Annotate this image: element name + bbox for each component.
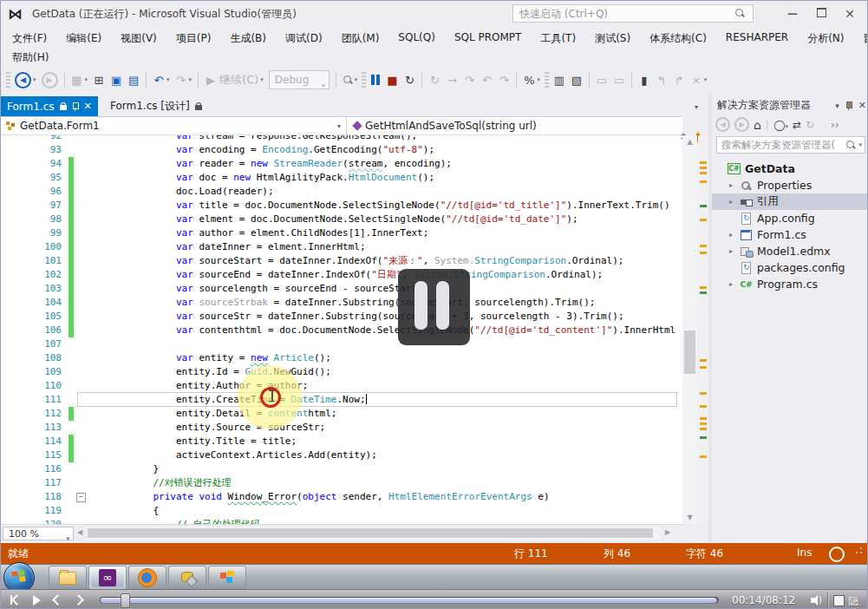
scrollbar-thumb[interactable] [684,331,695,374]
suggestion-marker[interactable] [700,205,707,207]
previous-button[interactable] [50,593,64,607]
tab-form1-cs-design[interactable]: Form1.cs [设计] [103,96,209,116]
warning-marker[interactable] [700,167,707,169]
menu-item-3[interactable]: 视图(V) [111,29,166,49]
menu-item-6[interactable]: 调试(D) [276,29,332,49]
play-button[interactable] [29,593,44,607]
warning-marker[interactable] [700,359,707,362]
horizontal-scrollbar[interactable] [86,527,662,540]
menu-item-8[interactable]: SQL(Q) [388,29,445,49]
hide-checkbox[interactable] [833,595,845,606]
pending-changes-filter-icon[interactable]: ◯▾ [773,119,788,131]
taskbar-visual-studio-button[interactable]: ∞ [88,566,127,590]
code-line-115[interactable]: 115 activeContext.Articles.Add(entity); [1,449,682,462]
scroll-up-icon[interactable]: ▲ [682,135,697,148]
scroll-down-icon[interactable]: ▼ [682,511,697,524]
menu-item-7[interactable]: 团队(M) [332,29,389,49]
chevron-down-icon[interactable]: ▾ [835,102,839,110]
code-line-95[interactable]: 95 var doc = new HtmlAgilityPack.HtmlDoc… [1,171,682,185]
taskbar-ssms-button[interactable] [168,566,206,590]
hide-label[interactable]: 隐藏 [848,594,867,609]
code-line-94[interactable]: 94 var reader = new StreamReader(stream,… [1,157,682,171]
immediate-window-button[interactable]: ▧ [568,70,585,89]
speaker-icon[interactable]: ) [811,595,823,606]
code-line-116[interactable]: 116 } [1,462,682,476]
pin-icon[interactable] [72,102,79,111]
warning-marker[interactable] [700,417,707,420]
close-tab-icon[interactable]: ✕ [84,101,92,112]
toolbar-grip[interactable] [362,72,366,88]
find-in-files-button[interactable]: ▾ [340,70,361,89]
code-line-119[interactable]: 119 { [1,504,682,518]
tree-item-model1-edmx[interactable]: ▸Model1.edmx [712,243,868,259]
restart-debug-button[interactable]: ↻ [401,70,418,89]
expand-arrow-icon[interactable]: ▸ [729,181,733,189]
warning-marker[interactable] [700,405,707,408]
step-out-button[interactable]: ↶ [478,70,495,89]
toolbar-overflow-icon[interactable]: ›› [831,119,839,131]
seek-handle[interactable] [121,593,130,608]
skip-to-start-button[interactable] [8,593,23,607]
code-line-114[interactable]: 114 entity.Title = title; [1,435,682,449]
warning-marker[interactable] [700,422,707,425]
hex-display-toggle[interactable]: %▾ [520,70,543,89]
class-dropdown[interactable]: GetData.Form1 ▾ [1,117,347,134]
code-line-101[interactable]: 101 var sourceStart = dateInner.IndexOf(… [1,254,682,268]
menu-item-help[interactable]: 帮助(H) [3,48,58,68]
code-line-106[interactable]: 106 var contenthtml = doc.DocumentNode.S… [1,324,682,337]
save-all-button[interactable]: ▤ [125,70,142,89]
suggestion-marker[interactable] [700,291,707,294]
code-line-109[interactable]: 109 entity.Id = Guid.NewGuid(); [1,365,682,379]
menu-item-2[interactable]: 编辑(E) [56,29,111,49]
warning-marker[interactable] [700,455,707,458]
code-line-97[interactable]: 97 var title = doc.DocumentNode.SelectSi… [1,199,682,213]
maximize-button[interactable] [810,6,832,22]
code-line-108[interactable]: 108 var entity = new Article(); [1,351,682,365]
scroll-right-icon[interactable]: ▶ [665,528,670,536]
expand-arrow-icon[interactable]: ▸ [729,198,733,206]
clear-bookmarks-button[interactable]: ×▾ [688,70,710,89]
scroll-left-icon[interactable]: ◀ [77,528,82,536]
warning-marker[interactable] [700,172,707,174]
menu-item-9[interactable]: SQL PROMPT [445,29,532,49]
close-icon[interactable]: ✕ [858,100,866,111]
warning-marker[interactable] [700,286,707,289]
tree-item-program-cs[interactable]: ▸C#Program.cs [712,276,868,292]
continue-button[interactable]: ▶继续(C)▾ [202,70,266,89]
quick-launch-input[interactable]: 快速启动 (Ctrl+Q) [512,4,754,23]
code-line-96[interactable]: 96 doc.Load(reader); [1,185,682,199]
toggle-bookmark-button[interactable]: ▮ [636,70,653,89]
tab-form1-cs[interactable]: Form1.cs ✕ [1,96,98,116]
resharper-marker-bar[interactable] [698,135,708,524]
resize-grip-icon[interactable] [854,547,863,555]
menu-item-4[interactable]: 项目(P) [166,29,221,49]
code-line-104[interactable]: 104 var sourceStrbak = dateInner.Substri… [1,296,682,310]
code-line-107[interactable]: 107 [1,337,682,351]
pause-debug-button[interactable] [368,70,383,89]
save-button[interactable]: ▣ [108,70,125,89]
tree-item-引用[interactable]: ▸引用 [712,193,868,210]
method-dropdown[interactable]: GetHtmlAndSaveToSql(string url) [347,117,542,134]
solution-configuration-dropdown[interactable]: Debug▾ [269,70,330,89]
prev-bookmark-button[interactable]: ↰ [653,70,670,89]
tree-item-form1-cs[interactable]: ▸Form1.cs [712,226,868,243]
minimize-button[interactable]: — [781,6,804,22]
taskbar-app-button[interactable] [208,566,246,590]
code-editor[interactable]: 92 var stream = response.GetResponseStre… [1,135,682,524]
warning-marker[interactable] [700,180,707,183]
comment-selection-button[interactable]: ▭ [593,70,610,89]
tree-item-properties[interactable]: ▸Properties [712,177,868,193]
warning-marker[interactable] [700,161,707,164]
warning-marker[interactable] [700,252,707,254]
suggestion-marker[interactable] [700,436,707,439]
code-line-99[interactable]: 99 var author = elment.ChildNodes[1].Inn… [1,226,682,240]
navigate-back-button[interactable]: ◀▾ [12,70,39,89]
stop-debug-button[interactable]: ■ [383,70,401,89]
undo-button[interactable]: ↶▾ [150,70,173,89]
tree-item-getdata[interactable]: C#GetData [712,160,868,177]
solution-explorer-search-input[interactable]: 搜索解决方案资源管理器( ▾ [716,136,865,154]
search-icon[interactable] [734,8,745,18]
code-line-118[interactable]: 118− private void Window_Error(object se… [1,490,682,504]
toolbar-grip[interactable] [545,72,549,88]
solution-explorer-title-bar[interactable]: 解决方案资源管理器 ▾ ✕ [717,98,866,113]
